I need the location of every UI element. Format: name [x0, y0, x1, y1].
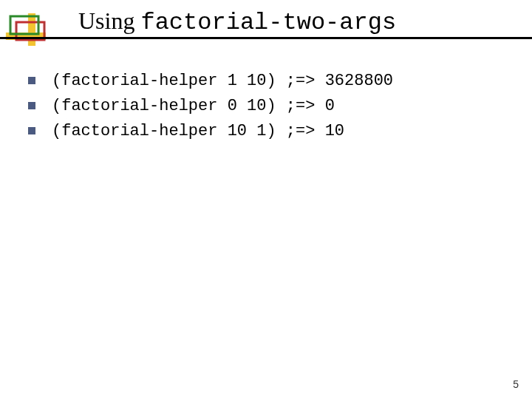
code-line: (factorial-helper 1 10) ;=> 3628800 [52, 71, 393, 92]
content-area: (factorial-helper 1 10) ;=> 3628800 (fac… [28, 71, 510, 146]
slide: Using factorial-two-args (factorial-help… [0, 0, 532, 399]
code-line: (factorial-helper 10 1) ;=> 10 [52, 121, 344, 142]
corner-decoration-icon [6, 6, 65, 53]
page-number: 5 [513, 378, 519, 390]
title-prefix: Using [78, 7, 140, 34]
title-underline [0, 37, 532, 39]
bullet-icon [28, 77, 35, 84]
list-item: (factorial-helper 0 10) ;=> 0 [28, 96, 510, 117]
bullet-icon [28, 127, 35, 134]
svg-rect-1 [28, 13, 35, 46]
slide-title: Using factorial-two-args [78, 7, 396, 36]
list-item: (factorial-helper 1 10) ;=> 3628800 [28, 71, 510, 92]
title-mono: factorial-two-args [140, 9, 396, 36]
bullet-icon [28, 102, 35, 109]
list-item: (factorial-helper 10 1) ;=> 10 [28, 121, 510, 142]
svg-rect-3 [10, 16, 38, 34]
code-line: (factorial-helper 0 10) ;=> 0 [52, 96, 335, 117]
